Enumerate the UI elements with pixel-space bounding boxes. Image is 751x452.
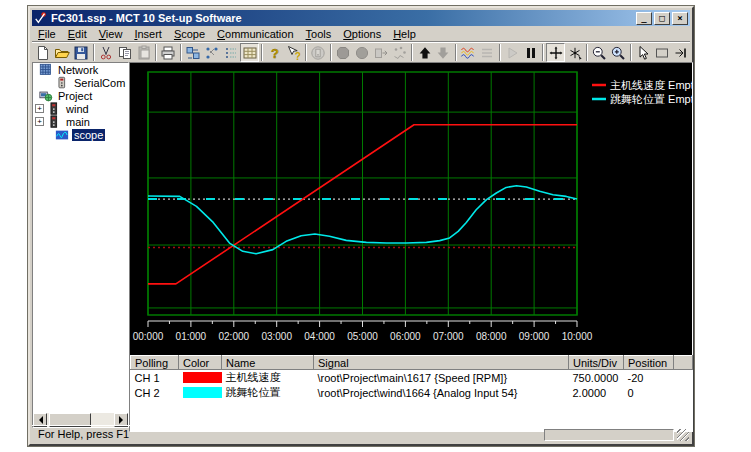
channel-row-ch1[interactable]: CH 1主机线速度\root\Project\main\1617 {Speed … xyxy=(131,370,693,386)
toolbar-register-view-button[interactable] xyxy=(184,43,203,62)
tree-item-main[interactable]: +main xyxy=(33,115,128,128)
toolbar-record-button xyxy=(353,43,372,62)
toolbar-copy-button[interactable] xyxy=(115,43,134,62)
toolbar-zoom-in-button[interactable] xyxy=(609,43,628,62)
cell: CH 1 xyxy=(131,370,179,386)
channel-table: PollingColorNameSignalUnits/DivPosition … xyxy=(130,355,692,431)
step-right-icon xyxy=(673,45,689,61)
menu-bar: FileEditViewInsertScopeCommunicationTool… xyxy=(32,26,690,41)
scope-chart-canvas[interactable]: 00:00001:00002:00003:00004:00005:00006:0… xyxy=(130,63,692,355)
toolbar-cursor-style-button[interactable] xyxy=(565,43,584,62)
toolbar-save-button[interactable] xyxy=(72,43,91,62)
maximize-button[interactable]: □ xyxy=(654,12,670,25)
toolbar-tracking-cursor-button[interactable] xyxy=(546,43,565,62)
tree-item-network[interactable]: Network xyxy=(33,63,128,76)
context-help-icon: ? xyxy=(286,45,302,61)
print-icon xyxy=(160,45,176,61)
window-title: FC301.ssp - MCT 10 Set-up Software xyxy=(51,12,634,24)
toolbar-zoom-rectangle-button[interactable] xyxy=(652,43,671,62)
app-icon xyxy=(34,11,48,25)
tree-item-project[interactable]: Project xyxy=(33,89,128,102)
cut-icon xyxy=(98,45,114,61)
menu-insert[interactable]: Insert xyxy=(128,27,168,41)
project-icon xyxy=(39,89,53,103)
tree-item-serialcom[interactable]: SerialCom xyxy=(33,76,128,89)
toolbar-list-view-button[interactable] xyxy=(222,43,241,62)
toolbar-cut-button[interactable] xyxy=(97,43,116,62)
tree-item-wind[interactable]: +wind xyxy=(33,102,128,115)
scope-icon xyxy=(55,128,69,142)
scroll-right-icon xyxy=(119,416,127,424)
tree-item-label: Project xyxy=(56,90,94,102)
column-header-polling[interactable]: Polling xyxy=(131,356,179,370)
title-bar[interactable]: FC301.ssp - MCT 10 Set-up Software _ □ × xyxy=(32,10,690,26)
toolbar-network-view-button[interactable] xyxy=(203,43,222,62)
close-button[interactable]: × xyxy=(672,12,688,25)
column-header-color[interactable]: Color xyxy=(179,356,222,370)
toolbar-separator xyxy=(455,44,457,61)
toolbar-zoom-out-button[interactable] xyxy=(590,43,609,62)
application-window: FC301.ssp - MCT 10 Set-up Software _ □ ×… xyxy=(28,6,694,446)
toolbar-pause-scope-button[interactable] xyxy=(521,43,540,62)
expand-plus-icon[interactable]: + xyxy=(35,117,44,126)
column-header-signal[interactable]: Signal xyxy=(314,356,569,370)
column-header-units-div[interactable]: Units/Div xyxy=(569,356,624,370)
cell xyxy=(674,370,693,386)
time-tick-label: 07:000 xyxy=(433,331,464,342)
column-header-position[interactable]: Position xyxy=(624,356,674,370)
menu-file[interactable]: File xyxy=(32,27,62,41)
menu-communication[interactable]: Communication xyxy=(211,27,299,41)
toolbar-open-button[interactable] xyxy=(53,43,72,62)
resize-grip[interactable] xyxy=(677,429,689,441)
menu-options[interactable]: Options xyxy=(337,27,387,41)
cursor-style-icon xyxy=(567,45,583,61)
tree-item-scope[interactable]: scope xyxy=(33,128,128,141)
serialcom-icon xyxy=(55,76,69,90)
toolbar-context-help-button[interactable]: ? xyxy=(284,43,303,62)
channel-row-ch2[interactable]: CH 2跳舞轮位置\root\Project\wind\1664 {Analog… xyxy=(131,385,693,400)
toolbar-separator xyxy=(305,44,307,61)
menu-tools[interactable]: Tools xyxy=(300,27,338,41)
cell: CH 2 xyxy=(131,385,179,400)
toolbar: ?? xyxy=(32,41,690,63)
menu-help[interactable]: Help xyxy=(387,27,422,41)
time-tick-label: 05:000 xyxy=(347,331,378,342)
pointer-icon xyxy=(635,45,651,61)
scope-view: 00:00001:00002:00003:00004:00005:00006:0… xyxy=(129,62,693,432)
toolbar-pointer-button[interactable] xyxy=(634,43,653,62)
toolbar-move-up-button[interactable] xyxy=(415,43,434,62)
toolbar-help-button[interactable]: ? xyxy=(265,43,284,62)
channel-color-swatch xyxy=(183,372,222,383)
toolbar-new-button[interactable] xyxy=(34,43,53,62)
toolbar-separator xyxy=(542,44,544,61)
time-tick-label: 08:000 xyxy=(476,331,507,342)
menu-view[interactable]: View xyxy=(93,27,129,41)
toolbar-separator xyxy=(586,44,588,61)
new-icon xyxy=(35,45,51,61)
status-text: For Help, press F1 xyxy=(38,428,129,440)
menu-scope[interactable]: Scope xyxy=(168,27,211,41)
copy-icon xyxy=(117,45,133,61)
menu-edit[interactable]: Edit xyxy=(62,27,93,41)
help-icon: ? xyxy=(267,45,283,61)
toolbar-paste-button xyxy=(134,43,153,62)
toolbar-print-button[interactable] xyxy=(159,43,178,62)
expand-plus-icon[interactable]: + xyxy=(35,104,44,113)
cell xyxy=(179,385,222,400)
time-tick-label: 02:000 xyxy=(219,331,250,342)
toolbar-grid-view-button[interactable] xyxy=(240,43,259,62)
column-header-name[interactable]: Name xyxy=(222,356,314,370)
channel-color-swatch xyxy=(183,387,222,398)
stop-icon xyxy=(335,45,351,61)
cell: \root\Project\wind\1664 {Analog Input 54… xyxy=(314,385,569,400)
toolbar-separator xyxy=(411,44,413,61)
toolbar-scope-traces-button[interactable] xyxy=(459,43,478,62)
toolbar-read-from-drive-button xyxy=(309,43,328,62)
toolbar-move-down-button xyxy=(434,43,453,62)
toolbar-step-right-button[interactable] xyxy=(671,43,690,62)
time-tick-label: 00:000 xyxy=(133,331,164,342)
time-tick-label: 10:000 xyxy=(562,331,593,342)
record-icon xyxy=(354,45,370,61)
minimize-button[interactable]: _ xyxy=(636,12,652,25)
scope-traces-icon xyxy=(460,45,476,61)
